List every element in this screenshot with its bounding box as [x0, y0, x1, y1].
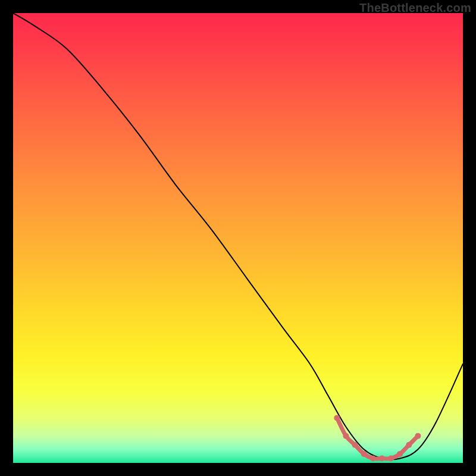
- optimal-range-dot: [415, 433, 421, 439]
- chart-stage: TheBottleneck.com: [0, 0, 476, 476]
- watermark-text: TheBottleneck.com: [359, 1, 471, 15]
- optimal-range-dot: [406, 442, 412, 448]
- optimal-range-dot: [334, 415, 340, 421]
- gradient-background: [13, 13, 463, 463]
- optimal-range-dot: [352, 442, 358, 448]
- optimal-range-dot: [370, 455, 376, 461]
- bottleneck-chart: [0, 0, 476, 476]
- optimal-range-dot: [388, 455, 394, 461]
- optimal-range-dot: [397, 451, 403, 457]
- optimal-range-dot: [379, 455, 385, 461]
- optimal-range-dot: [361, 451, 367, 457]
- optimal-range-dot: [343, 433, 349, 439]
